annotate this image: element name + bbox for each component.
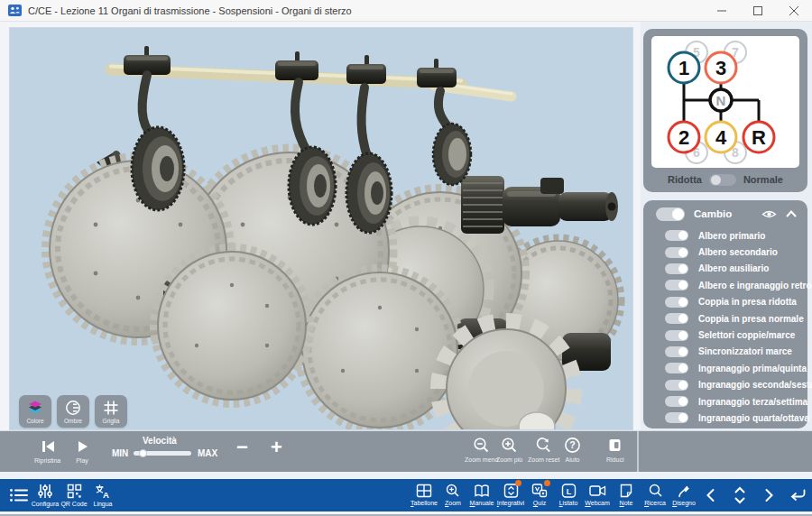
layers-card: Cambio Albero primario Albero secondario…	[643, 200, 807, 428]
zoom-in-button[interactable]: Zoom più	[496, 437, 522, 463]
speed-slider-thumb[interactable]	[139, 449, 147, 457]
gear-1[interactable]: 1	[678, 57, 689, 79]
layer-row: Ingranaggio quarta/ottava	[643, 410, 807, 426]
restore-button[interactable]: Ripristina	[34, 438, 60, 464]
toolbar-item-tabellone[interactable]: Tabellone	[410, 479, 438, 511]
toolbar-item-webcam[interactable]: Webcam	[583, 479, 612, 511]
pen-icon	[677, 484, 692, 498]
maximize-button[interactable]	[740, 0, 776, 22]
gearbox-3d-model[interactable]	[10, 28, 633, 430]
layer-toggle-albero-ausiliario[interactable]	[665, 263, 688, 274]
app-icon	[8, 5, 22, 16]
window-title: C/CE - Lezione 11 Organi di trasmissione…	[28, 5, 352, 16]
grid-icon	[102, 399, 120, 417]
eye-icon[interactable]	[761, 209, 777, 219]
toolbar-item-disegno[interactable]: Disegno	[669, 479, 698, 511]
layer-toggle-albero-secondario[interactable]	[665, 247, 688, 258]
shifter-card: 5 7 6 8	[643, 29, 807, 192]
close-button[interactable]	[776, 0, 812, 22]
back-return-button[interactable]	[783, 479, 812, 511]
gear-neutral[interactable]: N	[716, 93, 726, 108]
grid-button[interactable]: Griglia	[95, 395, 127, 428]
layer-row: Coppia in presa ridotta	[643, 294, 807, 310]
reduce-button[interactable]: Riduci	[606, 437, 623, 463]
return-arrow-icon	[789, 488, 807, 502]
gear-3[interactable]: 3	[715, 57, 726, 79]
speed-increase-button[interactable]: +	[271, 438, 282, 457]
layer-toggle-sincronizzatori[interactable]	[665, 346, 688, 357]
layer-toggle-prima-quinta[interactable]	[665, 363, 688, 373]
layer-row: Albero ausiliario	[643, 261, 807, 277]
speed-max-label: MAX	[198, 448, 217, 458]
layer-row: Ingranaggio prima/quinta	[643, 360, 807, 376]
play-icon	[74, 438, 90, 455]
svg-text:A: A	[103, 490, 109, 500]
right-panel: 5 7 6 8	[641, 22, 812, 430]
range-mode-toggle[interactable]	[709, 174, 736, 186]
note-icon	[619, 484, 633, 498]
toolbar-item-qrcode[interactable]: QR Code	[60, 479, 88, 511]
layer-toggle-selettori[interactable]	[665, 330, 688, 341]
toolbar-item-listato[interactable]: L Listato	[554, 479, 583, 511]
color-button-label: Colore	[26, 418, 43, 424]
layer-row: Coppia in presa normale	[643, 310, 807, 327]
gear-R[interactable]: R	[752, 126, 766, 149]
layer-toggle-albero-ingranaggio-retro[interactable]	[665, 280, 688, 290]
divider-strip	[0, 472, 812, 479]
speed-decrease-button[interactable]: −	[236, 438, 248, 457]
qr-code-icon	[67, 484, 82, 499]
gear-2[interactable]: 2	[678, 126, 689, 149]
play-button[interactable]: Play	[74, 438, 90, 464]
layer-row: Ingranaggio seconda/sesta	[643, 377, 807, 393]
layer-toggle-seconda-sesta[interactable]	[665, 380, 688, 391]
color-button[interactable]: Colore	[19, 395, 51, 428]
toolbar-item-manuale[interactable]: Manuale	[467, 479, 496, 511]
playback-bar: Ripristina Play MIN Velocità MAX − + Zoo…	[0, 430, 812, 472]
cambio-toggle[interactable]	[656, 207, 685, 221]
help-icon: ?	[564, 437, 581, 454]
toolbar-item-zoom[interactable]: Zoom	[438, 479, 467, 511]
translate-icon: A	[95, 484, 111, 499]
layer-toggle-coppia-normale[interactable]	[665, 313, 688, 324]
minimize-button[interactable]	[704, 0, 740, 22]
zoom-out-button[interactable]: Zoom meno	[465, 437, 498, 463]
board-grid-icon	[416, 484, 432, 498]
menu-button[interactable]	[7, 485, 31, 505]
chevron-up-icon[interactable]	[786, 210, 797, 217]
zoom-reset-button[interactable]: Zoom reset	[528, 437, 559, 463]
svg-text:L: L	[566, 487, 571, 496]
skip-start-icon	[40, 438, 56, 455]
layer-toggle-terza-settima[interactable]	[665, 396, 688, 407]
toolbar-item-note[interactable]: Note	[612, 479, 641, 511]
shifter-diagram: 5 7 6 8	[651, 36, 799, 168]
toolbar-item-quiz[interactable]: Quiz	[525, 479, 554, 511]
layer-toggle-quarta-ottava[interactable]	[665, 412, 688, 423]
zoom-out-icon	[473, 437, 490, 454]
help-button[interactable]: ? Aiuto	[564, 437, 581, 463]
gear-4[interactable]: 4	[715, 126, 727, 149]
next-button[interactable]	[754, 479, 783, 511]
layers-title: Cambio	[694, 208, 752, 219]
book-icon	[474, 484, 490, 498]
layer-row: Ingranaggio terza/settima	[643, 393, 807, 410]
toolbar-item-integrativi[interactable]: Integrativi	[496, 479, 525, 511]
main-toolbar: Configura QR Code A	[0, 479, 812, 511]
layer-toggle-albero-primario[interactable]	[665, 230, 688, 241]
bar-divider	[637, 431, 639, 473]
shadows-button[interactable]: Ombre	[57, 395, 89, 428]
expand-collapse-button[interactable]	[725, 479, 754, 511]
speed-slider[interactable]	[134, 451, 191, 456]
3d-viewport[interactable]: Colore Ombre Griglia	[9, 27, 633, 430]
speed-min-label: MIN	[112, 448, 128, 458]
search-icon	[648, 484, 663, 498]
layer-toggle-coppia-ridotta[interactable]	[665, 297, 688, 308]
layer-row: Albero primario	[643, 227, 807, 244]
reduce-icon	[606, 437, 623, 454]
toolbar-item-configura[interactable]: Configura	[31, 479, 60, 511]
toolbar-item-ricerca[interactable]: Ricerca	[641, 479, 669, 511]
toolbar-item-lingua[interactable]: A Lingua	[88, 479, 117, 511]
menu-list-icon	[9, 487, 29, 503]
prev-button[interactable]	[697, 479, 725, 511]
mode-label-ridotta: Ridotta	[668, 174, 702, 185]
listing-icon: L	[561, 484, 577, 498]
